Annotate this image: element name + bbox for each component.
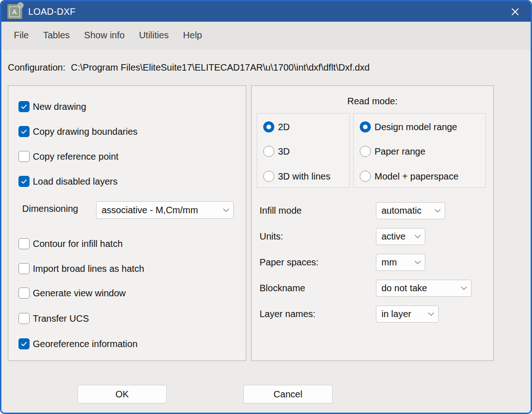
radio-2d[interactable]: 2D xyxy=(263,121,290,132)
setting-blockname: Blockname do not take xyxy=(260,280,488,297)
checkbox-transfer-ucs[interactable]: Transfer UCS xyxy=(18,313,89,324)
layer-names-select[interactable]: in layer xyxy=(376,306,439,323)
setting-label: Layer names: xyxy=(260,309,315,319)
checkbox-icon[interactable] xyxy=(18,126,30,137)
radio-label: Design model range xyxy=(375,122,457,132)
chevron-down-icon xyxy=(428,310,434,316)
radio-3d[interactable]: 3D xyxy=(263,146,290,157)
window-title: LOAD-DXF xyxy=(28,6,76,17)
configuration-label: Configuration: xyxy=(8,62,66,73)
checkbox-label: Generate view window xyxy=(33,288,126,299)
radio-group-dimension: 2D 3D 3D with lines xyxy=(257,113,350,188)
options-panel: New drawing Copy drawing boundaries Copy… xyxy=(8,85,246,361)
radio-design-model-range[interactable]: Design model range xyxy=(360,121,457,132)
radio-label: 3D with lines xyxy=(278,171,330,182)
radio-icon[interactable] xyxy=(263,146,274,157)
setting-label: Infill mode xyxy=(260,205,302,216)
checkbox-label: Georeference information xyxy=(33,339,138,349)
setting-value: active xyxy=(381,231,405,242)
checkbox-new-drawing[interactable]: New drawing xyxy=(18,101,86,112)
radio-label: Paper range xyxy=(375,146,425,157)
read-mode-title: Read mode: xyxy=(252,96,493,107)
checkbox-icon[interactable] xyxy=(18,263,30,274)
checkbox-icon[interactable] xyxy=(18,176,30,187)
checkbox-icon[interactable] xyxy=(18,238,30,249)
read-mode-panel: Read mode: 2D 3D 3D with lines Design mo… xyxy=(251,85,494,361)
radio-group-range: Design model range Paper range Model + p… xyxy=(353,113,486,188)
menubar: File Tables Show info Utilities Help xyxy=(1,22,531,49)
blockname-select[interactable]: do not take xyxy=(376,280,472,297)
checkbox-label: New drawing xyxy=(33,102,86,112)
menu-item-tables[interactable]: Tables xyxy=(43,30,70,41)
chevron-down-icon xyxy=(223,206,229,212)
setting-value: in layer xyxy=(381,309,411,319)
checkbox-label: Copy reference point xyxy=(33,151,119,162)
setting-units: Units: active xyxy=(260,228,488,245)
checkbox-icon[interactable] xyxy=(18,338,30,349)
close-icon xyxy=(511,8,519,16)
chevron-down-icon xyxy=(435,206,441,212)
paper-spaces-select[interactable]: mm xyxy=(376,254,425,271)
close-button[interactable] xyxy=(504,1,526,22)
configuration-row: Configuration: C:\Program Files\EliteSui… xyxy=(8,49,526,85)
ok-button[interactable]: OK xyxy=(78,385,167,403)
checkbox-load-disabled-layers[interactable]: Load disabled layers xyxy=(18,176,117,187)
infill-mode-select[interactable]: automatic xyxy=(376,202,445,219)
checkbox-contour-for-infill-hatch[interactable]: Contour for infill hatch xyxy=(18,238,123,249)
checkbox-label: Import broad lines as hatch xyxy=(33,264,144,274)
dimensioning-value: associative - M,Cm/mm xyxy=(102,205,198,216)
checkbox-icon[interactable] xyxy=(18,151,30,162)
checkbox-icon[interactable] xyxy=(18,101,30,112)
load-dxf-dialog: A LOAD-DXF File Tables Show info Utiliti… xyxy=(0,0,532,414)
menu-item-file[interactable]: File xyxy=(14,30,29,41)
setting-label: Units: xyxy=(260,231,283,242)
checkbox-label: Contour for infill hatch xyxy=(33,239,123,249)
app-icon: A xyxy=(7,4,22,19)
configuration-path: C:\Program Files\EliteSuite17\ELITECAD17… xyxy=(71,62,370,73)
dimensioning-label: Dimensioning xyxy=(22,204,78,214)
menu-item-utilities[interactable]: Utilities xyxy=(139,30,169,41)
radio-label: 2D xyxy=(278,122,290,132)
setting-value: do not take xyxy=(381,283,427,294)
radio-model-paperspace[interactable]: Model + paperspace xyxy=(360,171,459,182)
setting-value: mm xyxy=(381,257,397,268)
radio-icon[interactable] xyxy=(263,171,274,182)
checkbox-copy-reference-point[interactable]: Copy reference point xyxy=(18,151,119,162)
chevron-down-icon xyxy=(415,258,421,264)
setting-paper-spaces: Paper spaces: mm xyxy=(260,254,488,271)
checkbox-label: Transfer UCS xyxy=(33,313,89,324)
checkbox-import-broad-lines-as-hatch[interactable]: Import broad lines as hatch xyxy=(18,263,144,274)
checkbox-icon[interactable] xyxy=(18,288,30,299)
menu-item-show-info[interactable]: Show info xyxy=(84,30,125,41)
dimensioning-select[interactable]: associative - M,Cm/mm xyxy=(96,201,234,219)
radio-icon[interactable] xyxy=(360,146,371,157)
chevron-down-icon xyxy=(461,284,467,290)
radio-3d-with-lines[interactable]: 3D with lines xyxy=(263,171,330,182)
chevron-down-icon xyxy=(415,232,421,238)
checkbox-generate-view-window[interactable]: Generate view window xyxy=(18,288,126,299)
radio-icon[interactable] xyxy=(360,171,371,182)
radio-icon[interactable] xyxy=(263,121,274,132)
menu-item-help[interactable]: Help xyxy=(183,30,202,41)
checkbox-icon[interactable] xyxy=(18,313,30,324)
units-select[interactable]: active xyxy=(376,228,425,245)
setting-label: Blockname xyxy=(260,283,305,294)
radio-label: Model + paperspace xyxy=(375,171,459,182)
checkbox-copy-drawing-boundaries[interactable]: Copy drawing boundaries xyxy=(18,126,138,137)
app-icon-letter: A xyxy=(9,6,20,17)
setting-layer-names: Layer names: in layer xyxy=(260,306,488,323)
setting-value: automatic xyxy=(381,205,422,216)
checkbox-label: Copy drawing boundaries xyxy=(33,126,138,137)
checkbox-label: Load disabled layers xyxy=(33,176,117,187)
checkbox-georeference-information[interactable]: Georeference information xyxy=(18,338,138,349)
radio-paper-range[interactable]: Paper range xyxy=(360,146,425,157)
radio-icon[interactable] xyxy=(360,121,371,132)
setting-label: Paper spaces: xyxy=(260,257,319,268)
setting-infill-mode: Infill mode automatic xyxy=(260,202,488,219)
titlebar: A LOAD-DXF xyxy=(1,1,531,22)
cancel-button[interactable]: Cancel xyxy=(243,385,332,403)
radio-label: 3D xyxy=(278,146,290,157)
